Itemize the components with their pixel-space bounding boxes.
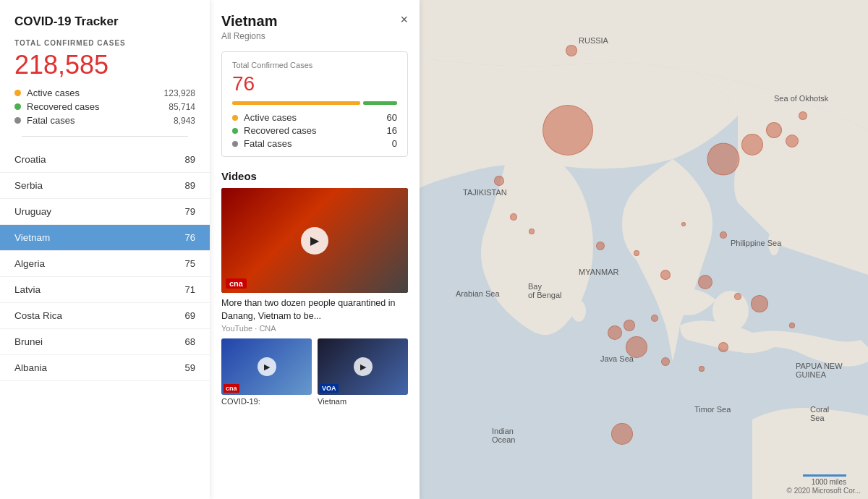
main-video-source: YouTube · CNA bbox=[221, 324, 408, 333]
country-count: 68 bbox=[185, 336, 195, 347]
sidebar-header: COVID-19 Tracker TOTAL CONFIRMED CASES 2… bbox=[0, 14, 210, 147]
panel-confirmed-label: Total Confirmed Cases bbox=[232, 61, 397, 69]
sidebar: COVID-19 Tracker TOTAL CONFIRMED CASES 2… bbox=[0, 0, 210, 499]
country-count: 76 bbox=[185, 232, 195, 243]
app-title: COVID-19 Tracker bbox=[14, 14, 195, 29]
country-name: Brunei bbox=[14, 336, 43, 347]
close-button[interactable]: × bbox=[400, 13, 408, 26]
play-button[interactable]: ▶ bbox=[301, 227, 328, 255]
fatal-count: 8,943 bbox=[174, 116, 195, 126]
country-row-latvia[interactable]: Latvia 71 bbox=[0, 277, 210, 303]
panel-title: Vietnam bbox=[221, 13, 277, 30]
panel-subtitle: All Regions bbox=[221, 31, 277, 41]
map-bubble-23 bbox=[611, 423, 633, 445]
thumb-1-image: ▶ cna bbox=[221, 338, 312, 395]
map-bubble-16 bbox=[651, 315, 658, 322]
active-progress-bar bbox=[232, 101, 360, 105]
map-bubble-5 bbox=[786, 135, 799, 148]
total-confirmed-count: 218,585 bbox=[14, 50, 195, 80]
panel-confirmed-number: 76 bbox=[232, 72, 397, 95]
recovered-dot bbox=[14, 103, 21, 110]
panel-header: Vietnam All Regions × bbox=[210, 0, 420, 44]
country-count: 59 bbox=[185, 362, 195, 373]
map-bubble-2 bbox=[707, 143, 740, 176]
scale-bar bbox=[803, 474, 846, 477]
country-count: 89 bbox=[185, 180, 195, 191]
map-bubble-22 bbox=[699, 366, 705, 372]
thumb-1-badge: cna bbox=[224, 384, 239, 393]
country-row-costa rica[interactable]: Costa Rica 69 bbox=[0, 303, 210, 329]
panel-fatal-dot bbox=[232, 141, 238, 147]
cna-badge: cna bbox=[226, 278, 247, 289]
panel-fatal-row: Fatal cases 0 bbox=[232, 138, 397, 149]
map-bubble-26 bbox=[720, 231, 727, 239]
country-name: Croatia bbox=[14, 154, 46, 165]
videos-title: Videos bbox=[221, 170, 408, 182]
country-row-vietnam[interactable]: Vietnam 76 bbox=[0, 225, 210, 251]
panel-recovered-row: Recovered cases 16 bbox=[232, 125, 397, 136]
panel-active-label: Active cases bbox=[244, 112, 297, 123]
main-video[interactable]: ▶ cna bbox=[221, 188, 408, 293]
panel-case-rows: Active cases 60 Recovered cases 16 Fatal… bbox=[232, 112, 397, 149]
country-name: Serbia bbox=[14, 180, 43, 191]
thumb-2-play[interactable]: ▶ bbox=[354, 357, 373, 376]
map-bubble-7 bbox=[494, 176, 504, 186]
map-bubble-11 bbox=[634, 250, 639, 256]
panel-recovered-dot bbox=[232, 128, 238, 134]
active-dot bbox=[14, 90, 21, 96]
thumb-video-2[interactable]: ▶ VOA Vietnam bbox=[318, 338, 408, 406]
map-scale: 1000 miles bbox=[803, 474, 846, 486]
panel-fatal-count: 0 bbox=[392, 138, 397, 149]
thumb-1-play[interactable]: ▶ bbox=[258, 357, 276, 376]
map-bubble-13 bbox=[698, 275, 712, 289]
map-bubble-21 bbox=[718, 342, 728, 352]
map-bubble-24 bbox=[789, 323, 795, 328]
recovered-label: Recovered cases bbox=[27, 101, 99, 112]
sidebar-active-case-row: Active cases 123,928 bbox=[14, 88, 195, 98]
map-bubble-25 bbox=[681, 222, 686, 226]
video-thumbnails: ▶ cna COVID-19: ▶ VOA Vietnam bbox=[221, 338, 408, 406]
videos-section: Videos ▶ cna More than two dozen people … bbox=[210, 164, 420, 406]
map-bubble-18 bbox=[608, 325, 622, 340]
country-row-uruguay[interactable]: Uruguay 79 bbox=[0, 199, 210, 225]
map-bubble-17 bbox=[624, 320, 635, 331]
map-bubble-4 bbox=[766, 122, 782, 138]
map-bubble-12 bbox=[660, 270, 671, 280]
country-name: Costa Rica bbox=[14, 310, 62, 321]
map-bubble-10 bbox=[596, 242, 605, 250]
map-svg bbox=[420, 0, 868, 499]
recovered-progress-bar bbox=[363, 101, 397, 105]
map-bubble-8 bbox=[510, 213, 517, 221]
panel-recovered-count: 16 bbox=[387, 125, 397, 136]
map-bubble-20 bbox=[661, 357, 670, 366]
active-count: 123,928 bbox=[164, 88, 195, 98]
sidebar-cases: Active cases 123,928 Recovered cases 85,… bbox=[14, 88, 195, 126]
recovered-count: 85,714 bbox=[169, 102, 195, 112]
country-row-serbia[interactable]: Serbia 89 bbox=[0, 173, 210, 199]
map-container: RUSSIASea of OkhotskTAJIKISTANMYANMARAra… bbox=[420, 0, 868, 499]
country-row-algeria[interactable]: Algeria 75 bbox=[0, 251, 210, 277]
thumb-1-label: COVID-19: bbox=[221, 397, 312, 406]
map-copyright: © 2020 Microsoft Cor... bbox=[787, 487, 861, 495]
country-count: 75 bbox=[185, 258, 195, 269]
svg-point-5 bbox=[780, 214, 789, 234]
main-video-title: More than two dozen people quarantined i… bbox=[221, 297, 408, 323]
sidebar-fatal-case-row: Fatal cases 8,943 bbox=[14, 115, 195, 126]
country-row-croatia[interactable]: Croatia 89 bbox=[0, 147, 210, 173]
panel-stats-box: Total Confirmed Cases 76 Active cases 60… bbox=[221, 51, 408, 157]
country-row-albania[interactable]: Albania 59 bbox=[0, 355, 210, 381]
country-row-brunei[interactable]: Brunei 68 bbox=[0, 329, 210, 355]
svg-point-6 bbox=[712, 291, 749, 331]
map-bubble-9 bbox=[529, 229, 535, 234]
thumb-2-label: Vietnam bbox=[318, 397, 408, 406]
panel-active-row: Active cases 60 bbox=[232, 112, 397, 123]
svg-point-1 bbox=[571, 300, 586, 322]
country-name: Latvia bbox=[14, 284, 41, 295]
panel-recovered-label: Recovered cases bbox=[244, 125, 316, 136]
thumb-video-1[interactable]: ▶ cna COVID-19: bbox=[221, 338, 312, 406]
total-confirmed-label: TOTAL CONFIRMED CASES bbox=[14, 39, 195, 47]
map-bubble-6 bbox=[799, 111, 807, 120]
map-bubble-0 bbox=[566, 45, 577, 56]
fatal-label: Fatal cases bbox=[27, 115, 75, 126]
map-bubble-14 bbox=[734, 293, 741, 300]
